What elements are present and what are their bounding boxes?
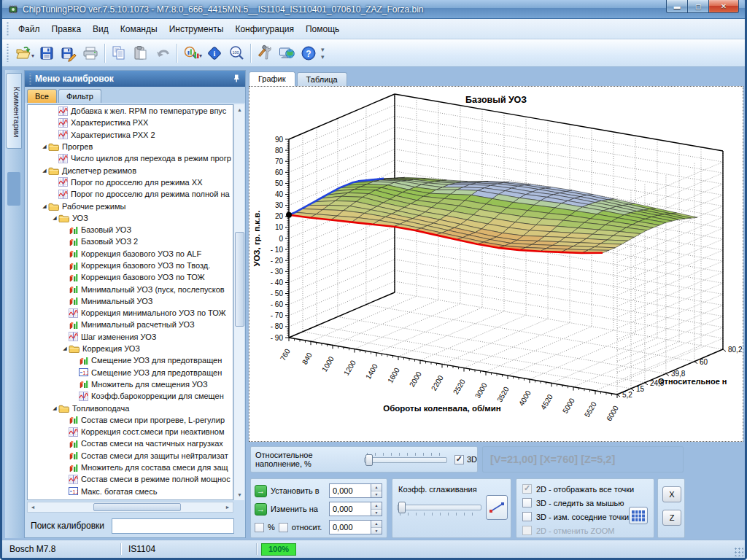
smoothing-thumb[interactable] <box>398 502 406 513</box>
scroll-down-icon[interactable]: ▼ <box>234 489 245 500</box>
relative-value-input[interactable] <box>329 520 371 534</box>
fill-slider-thumb[interactable] <box>365 454 373 466</box>
tree-item[interactable]: Базовый УОЗ 2 <box>28 236 233 247</box>
spin-down-icon[interactable]: ▼ <box>371 491 382 498</box>
tree-item[interactable]: 1.2Смещение УОЗ для предотвращен <box>28 367 233 378</box>
checkbox-percent[interactable] <box>255 523 264 532</box>
copy-button[interactable] <box>108 42 130 64</box>
tree-item[interactable]: Минимальный УОЗ (пуск, послепусков <box>28 283 233 295</box>
smoothing-slider[interactable] <box>397 499 481 514</box>
tree-item[interactable]: Коэфф.барокоррекции для смещен <box>28 390 233 402</box>
tree-item[interactable]: Шаг изменения УОЗ <box>28 331 233 343</box>
tree-item[interactable]: Добавка к жел. RPM по температуре впус <box>28 105 233 117</box>
relative-value-spinner[interactable]: ▲▼ <box>329 520 382 534</box>
tree-item[interactable]: Коррекция минимального УОЗ по ТОЖ <box>28 307 233 319</box>
expander-icon[interactable]: ◢ <box>41 144 48 149</box>
tree-item[interactable]: Коррекция сост.смеси при неактивном <box>28 426 233 438</box>
tree-vertical-scrollbar[interactable]: ▲ ▼ <box>233 104 244 500</box>
tree-item[interactable]: ◢Топливоподача <box>28 402 233 413</box>
tree-item[interactable]: ◢УОЗ <box>28 212 233 224</box>
spin-up-icon[interactable]: ▲ <box>371 521 382 527</box>
checkbox-3d[interactable] <box>454 455 464 464</box>
tree-item[interactable]: Характеристика РХХ <box>28 117 233 128</box>
save-button[interactable] <box>36 42 58 64</box>
option-checkbox[interactable] <box>522 498 532 508</box>
tree-item[interactable]: Коррекция базового УОЗ по ALF <box>28 248 233 260</box>
smoothing-track[interactable] <box>397 505 481 510</box>
tree-horizontal-scrollbar[interactable]: ◄ ► <box>27 502 233 513</box>
tree-item[interactable]: Состав смеси для защиты нейтрализат <box>28 450 233 462</box>
set-value-spinner[interactable]: ▲▼ <box>329 483 382 498</box>
print-button[interactable] <box>80 42 101 64</box>
info-button[interactable]: i <box>204 42 225 64</box>
resize-grip[interactable] <box>734 547 743 556</box>
sidebar-header[interactable]: Меню калибровок <box>25 71 245 87</box>
x-axis-button[interactable]: X <box>662 486 681 502</box>
expander-icon[interactable]: ◢ <box>51 215 58 221</box>
change-value-input[interactable] <box>329 502 371 516</box>
tree-item[interactable]: Состав смеси на частичных нагрузках <box>28 438 233 449</box>
comments-tab[interactable]: Комментарии <box>6 73 22 149</box>
tree-hscroll-thumb[interactable] <box>93 503 181 511</box>
spin-down-icon[interactable]: ▼ <box>371 509 382 516</box>
tree-item[interactable]: Минимальный расчетный УОЗ <box>28 319 233 330</box>
fill-slider-track[interactable] <box>364 457 447 463</box>
tree-vscroll-thumb[interactable] <box>235 232 244 327</box>
scroll-up-icon[interactable]: ▲ <box>234 104 245 115</box>
tree-item[interactable]: Характеристика РХХ 2 <box>28 129 233 141</box>
tools-button[interactable] <box>254 42 276 64</box>
pin-icon[interactable] <box>232 74 241 85</box>
menu-item-конфигурация[interactable]: Конфигурация <box>229 21 300 37</box>
sidebar-tab-все[interactable]: Все <box>27 89 57 103</box>
view-tab-таблица[interactable]: Таблица <box>297 72 347 86</box>
tree-item[interactable]: 1.2Макс. богатая смесь <box>28 486 233 497</box>
tree-item[interactable]: ◢Диспетчер режимов <box>28 164 233 176</box>
tree-item[interactable]: Множитель для смещения УОЗ <box>28 378 233 390</box>
set-value-input[interactable] <box>329 483 371 498</box>
tree-item[interactable]: Порог по дросселю для режима полной на <box>28 188 233 200</box>
scroll-right-icon[interactable]: ► <box>222 502 233 512</box>
tree-item[interactable]: Базовый УОЗ <box>28 224 233 236</box>
web-update-button[interactable] <box>276 42 298 64</box>
sidebar-tab-фильтр[interactable]: Фильтр <box>58 89 101 103</box>
tree-item[interactable]: ◢Коррекция УОЗ <box>28 343 233 354</box>
spin-up-icon[interactable]: ▲ <box>371 502 382 509</box>
view-tab-график[interactable]: График <box>249 71 295 87</box>
tree-item[interactable]: Минимальный УОЗ <box>28 295 233 307</box>
tree-item[interactable]: Состав смеси в режиме полной мощнос <box>28 473 233 485</box>
calibration-tree[interactable]: Добавка к жел. RPM по температуре впусХа… <box>27 104 233 500</box>
open-dropdown-icon[interactable]: ▾ <box>31 52 34 59</box>
menu-item-инструменты[interactable]: Инструменты <box>163 21 230 37</box>
save-as-button[interactable] <box>58 42 80 64</box>
grid-mode-button[interactable] <box>629 507 648 524</box>
undo-button[interactable] <box>152 42 174 64</box>
z-axis-button[interactable]: Z <box>662 510 681 526</box>
change-value-spinner[interactable]: ▲▼ <box>329 502 382 516</box>
spin-down-icon[interactable]: ▼ <box>371 527 382 534</box>
chart-zoom-dropdown-icon[interactable]: ▾ <box>199 52 202 59</box>
menu-item-помощь[interactable]: Помощь <box>300 21 345 37</box>
tree-item[interactable]: Коррекция базового УОЗ по Твозд. <box>28 260 233 271</box>
expander-icon[interactable]: ◢ <box>51 405 58 411</box>
tree-item[interactable]: Порог по дросселю для режима ХХ <box>28 176 233 188</box>
apply-change-button[interactable]: → <box>255 503 267 516</box>
fill-slider[interactable] <box>364 452 447 467</box>
checkbox-relative[interactable] <box>279 523 288 532</box>
minimize-button[interactable]: ▬ <box>666 0 688 13</box>
help-button[interactable]: ? <box>298 42 320 64</box>
smoothing-apply-button[interactable] <box>486 495 508 520</box>
close-button[interactable]: ✕ <box>708 0 739 13</box>
menu-item-команды[interactable]: Команды <box>115 21 163 37</box>
menu-item-файл[interactable]: Файл <box>12 21 46 37</box>
apply-set-button[interactable]: → <box>255 485 267 497</box>
toolbar-grip[interactable] <box>6 44 9 63</box>
expander-icon[interactable]: ◢ <box>61 346 69 351</box>
search-input[interactable] <box>112 518 234 534</box>
tree-item[interactable]: ◢Прогрев <box>28 141 233 152</box>
tree-item[interactable]: ◢Рабочие режимы <box>28 200 233 211</box>
toolbar-overflow-icon[interactable]: ▾▾ <box>321 46 325 61</box>
option-checkbox[interactable] <box>522 512 532 521</box>
menu-item-вид[interactable]: Вид <box>87 21 115 37</box>
title-bar[interactable]: ChipTuningPRO ver.7.5.10.1073 - M7.8.0_6… <box>2 0 745 19</box>
menu-grip[interactable] <box>6 22 9 36</box>
